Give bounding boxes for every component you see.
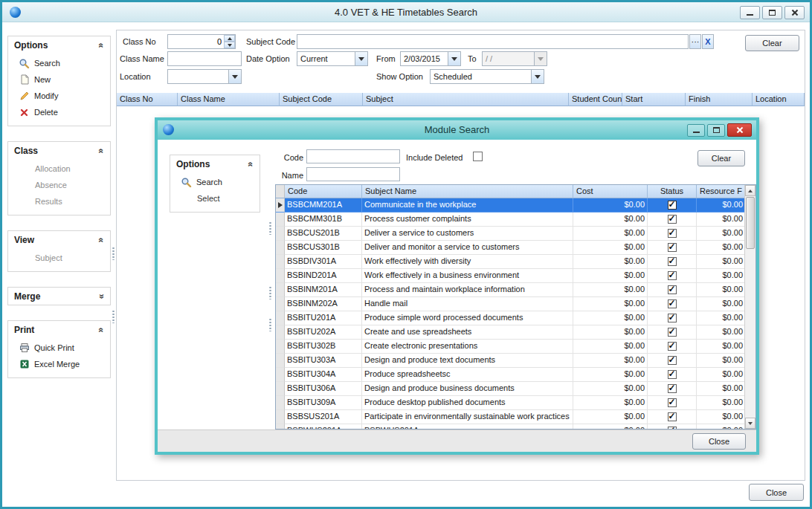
table-row[interactable]: BSBITU303A Design and produce text docum… [276, 354, 746, 368]
status-checkbox[interactable] [668, 299, 677, 308]
from-date-picker[interactable]: 2/03/2015 [400, 51, 461, 66]
sidebar-item-new[interactable]: New [8, 71, 110, 88]
dialog-item-search[interactable]: Search [170, 174, 260, 190]
dialog-titlebar[interactable]: Module Search [158, 120, 756, 140]
table-row[interactable]: BSBCMM301B Process customer complaints $… [276, 213, 746, 227]
section-header-options[interactable]: Options [8, 36, 110, 54]
table-row[interactable]: BSBSUS201A Participate in environmentall… [276, 410, 746, 424]
sidebar-item-excel-merge[interactable]: Excel Merge [8, 356, 110, 372]
dialog-close-footer-button[interactable]: Close [692, 433, 746, 450]
section-header-merge[interactable]: Merge [8, 288, 110, 305]
table-row[interactable]: BSBITU201A Produce simple word processed… [276, 311, 746, 325]
table-row[interactable]: BSBCUS201B Deliver a service to customer… [276, 227, 746, 241]
sidebar-item-quick-print[interactable]: Quick Print [8, 340, 110, 356]
table-row[interactable]: BSBITU302B Create electronic presentatio… [276, 340, 746, 354]
sidebar-item-subject[interactable]: Subject [8, 250, 110, 266]
column-header-status[interactable]: Status [648, 185, 697, 198]
dialog-splitter[interactable] [268, 152, 273, 427]
status-checkbox[interactable] [668, 398, 677, 407]
status-checkbox[interactable] [668, 427, 677, 429]
main-titlebar[interactable]: 4.0 VET & HE Timetables Search [2, 2, 810, 22]
class-name-input[interactable] [167, 51, 242, 66]
column-header-cost[interactable]: Cost [573, 185, 648, 198]
dialog-section-header-options[interactable]: Options [170, 155, 260, 172]
name-input[interactable] [306, 167, 400, 181]
table-row[interactable]: BSBITU304A Produce spreadsheetsc $0.00 $… [276, 368, 746, 382]
dialog-maximize-button[interactable] [707, 124, 725, 137]
section-header-print[interactable]: Print [8, 321, 110, 338]
sidebar-item-allocation[interactable]: Allocation [8, 161, 110, 177]
section-header-class[interactable]: Class [8, 142, 110, 159]
column-header-class-name[interactable]: Class Name [178, 93, 280, 106]
section-header-view[interactable]: View [8, 231, 110, 248]
status-checkbox[interactable] [668, 243, 677, 252]
minimize-button[interactable] [740, 6, 760, 19]
to-date-picker[interactable]: / / [482, 51, 547, 66]
location-select[interactable] [167, 69, 242, 84]
scrollbar-thumb[interactable] [746, 197, 755, 249]
dialog-minimize-button[interactable] [687, 124, 705, 137]
cell-resource-fee: $0.00 [697, 396, 746, 410]
table-row[interactable]: BSBITU202A Create and use spreadsheets $… [276, 325, 746, 340]
status-checkbox[interactable] [668, 215, 677, 224]
status-checkbox[interactable] [668, 285, 677, 294]
spin-down-button[interactable] [224, 42, 235, 48]
sidebar-item-modify[interactable]: Modify [8, 88, 110, 104]
status-checkbox[interactable] [668, 384, 677, 393]
close-button[interactable]: Close [749, 484, 804, 501]
clear-button[interactable]: Clear [745, 35, 799, 51]
vertical-scrollbar[interactable] [744, 185, 755, 429]
status-checkbox[interactable] [668, 257, 677, 266]
status-checkbox[interactable] [668, 201, 677, 210]
sidebar-item-search[interactable]: Search [8, 55, 110, 71]
sidebar-item-absence[interactable]: Absence [8, 177, 110, 193]
status-checkbox[interactable] [668, 328, 677, 337]
maximize-button[interactable] [762, 6, 782, 19]
spin-up-button[interactable] [224, 35, 235, 42]
column-header-student-count[interactable]: Student Count [569, 93, 622, 106]
table-row[interactable]: BSBITU309A Produce desktop published doc… [276, 396, 746, 410]
status-checkbox[interactable] [668, 356, 677, 365]
status-checkbox[interactable] [668, 314, 677, 322]
table-row[interactable]: BSBIND201A Work effectively in a busines… [276, 269, 746, 283]
column-header-subject-name[interactable]: Subject Name [362, 185, 573, 198]
subject-code-input[interactable] [297, 34, 689, 49]
column-header-finish[interactable]: Finish [686, 93, 753, 106]
include-deleted-checkbox[interactable] [473, 152, 483, 161]
scroll-up-button[interactable] [745, 185, 755, 196]
scroll-down-button[interactable] [745, 418, 755, 429]
dialog-item-select[interactable]: Select [170, 190, 260, 207]
code-label: Code [277, 151, 303, 165]
subject-code-clear-button[interactable]: X [702, 34, 714, 49]
status-checkbox[interactable] [668, 412, 677, 421]
status-checkbox[interactable] [668, 342, 677, 351]
sidebar-splitter[interactable] [111, 31, 116, 447]
date-option-select[interactable]: Current [297, 51, 368, 66]
status-checkbox[interactable] [668, 229, 677, 238]
table-row[interactable]: BSBCMM201A Communicate in the workplace … [276, 198, 746, 213]
dialog-clear-button[interactable]: Clear [697, 150, 745, 166]
table-row[interactable]: BSBWHS201A BSBWHS201A $0.00 $0.00 [276, 424, 746, 429]
status-checkbox[interactable] [668, 370, 677, 379]
column-header-class-no[interactable]: Class No [117, 93, 178, 106]
column-header-start[interactable]: Start [622, 93, 686, 106]
status-checkbox[interactable] [668, 271, 677, 280]
table-row[interactable]: BSBDIV301A Work effectively with diversi… [276, 255, 746, 269]
column-header-resource-fee[interactable]: Resource F [697, 185, 746, 198]
subject-code-lookup-button[interactable]: ··· [689, 34, 701, 49]
column-header-subject-code[interactable]: Subject Code [280, 93, 363, 106]
sidebar-item-results[interactable]: Results [8, 193, 110, 210]
dialog-close-button[interactable] [727, 123, 752, 137]
table-row[interactable]: BSBINM201A Process and maintain workplac… [276, 283, 746, 297]
sidebar-item-delete[interactable]: Delete [8, 104, 110, 120]
close-window-button[interactable] [784, 6, 805, 19]
show-option-select[interactable]: Scheduled [430, 69, 544, 84]
column-header-code[interactable]: Code [285, 185, 362, 198]
table-row[interactable]: BSBCUS301B Deliver and monitor a service… [276, 241, 746, 255]
code-input[interactable] [306, 149, 400, 163]
table-row[interactable]: BSBITU306A Design and produce business d… [276, 382, 746, 396]
grip-dots-icon [268, 286, 272, 299]
table-row[interactable]: BSBINM202A Handle mail $0.00 $0.00 [276, 297, 746, 311]
column-header-location[interactable]: Location [753, 93, 805, 106]
column-header-subject[interactable]: Subject [363, 93, 569, 106]
